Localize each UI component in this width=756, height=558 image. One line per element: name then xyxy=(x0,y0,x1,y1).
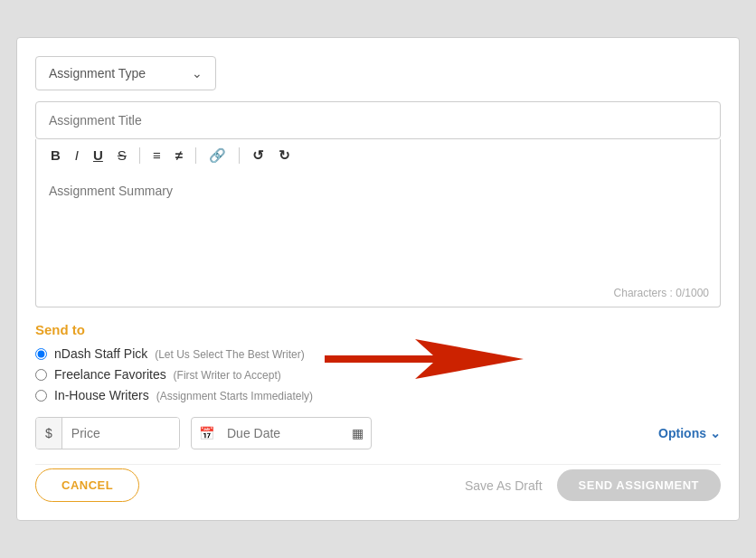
send-to-heading: Send to xyxy=(35,322,721,337)
radio-ndash-staff[interactable]: nDash Staff Pick (Let Us Select The Best… xyxy=(35,346,721,361)
freelance-sub-label: (First Writer to Accept) xyxy=(174,369,281,382)
summary-wrapper: Characters : 0/1000 xyxy=(35,171,721,307)
freelance-main-label: Freelance Favorites xyxy=(54,367,166,382)
radio-inhouse[interactable]: In-House Writers (Assignment Starts Imme… xyxy=(35,388,721,402)
radio-ndash-staff-input[interactable] xyxy=(35,348,47,360)
dollar-sign: $ xyxy=(36,418,62,449)
calendar-icon-left: 📅 xyxy=(192,418,222,449)
chevron-down-icon: ⌄ xyxy=(192,66,203,80)
price-field: $ xyxy=(35,417,180,449)
radio-freelance-label: Freelance Favorites (First Writer to Acc… xyxy=(54,367,281,382)
calendar-icon-right: ▦ xyxy=(345,418,371,449)
save-draft-button[interactable]: Save As Draft xyxy=(465,478,543,493)
editor-toolbar: B I U S ≡ ≠ 🔗 ↺ ↻ xyxy=(35,139,721,171)
inhouse-main-label: In-House Writers xyxy=(54,388,149,402)
send-assignment-button[interactable]: SEND ASSIGNMENT xyxy=(557,469,721,501)
modal-container: Assignment Type ⌄ B I U S ≡ ≠ 🔗 ↺ ↻ Char… xyxy=(16,37,740,521)
assignment-type-label: Assignment Type xyxy=(49,66,146,80)
italic-button[interactable]: I xyxy=(71,147,82,164)
price-date-row: $ 📅 ▦ Options ⌄ xyxy=(35,417,721,449)
assignment-title-input[interactable] xyxy=(35,101,721,139)
toolbar-divider-3 xyxy=(239,147,240,164)
options-chevron-icon: ⌄ xyxy=(710,426,721,440)
due-date-input[interactable] xyxy=(222,418,345,449)
options-button[interactable]: Options ⌄ xyxy=(658,426,721,440)
radio-inhouse-label: In-House Writers (Assignment Starts Imme… xyxy=(54,388,313,402)
radio-inhouse-input[interactable] xyxy=(35,390,47,402)
char-count-label: Characters : 0/1000 xyxy=(36,283,720,307)
redo-button[interactable]: ↻ xyxy=(275,147,294,164)
link-button[interactable]: 🔗 xyxy=(205,147,230,164)
ordered-list-button[interactable]: ≡ xyxy=(149,147,165,164)
ndash-staff-sub-label: (Let Us Select The Best Writer) xyxy=(155,348,305,361)
action-row: CANCEL Save As Draft SEND ASSIGNMENT xyxy=(35,464,721,502)
price-input[interactable] xyxy=(62,418,179,449)
assignment-type-dropdown[interactable]: Assignment Type ⌄ xyxy=(35,56,216,90)
cancel-button[interactable]: CANCEL xyxy=(35,468,139,502)
assignment-summary-textarea[interactable] xyxy=(36,171,720,279)
underline-button[interactable]: U xyxy=(90,147,107,164)
ndash-staff-main-label: nDash Staff Pick xyxy=(54,346,147,361)
due-date-field: 📅 ▦ xyxy=(191,417,372,449)
options-label: Options xyxy=(658,426,706,440)
unordered-list-button[interactable]: ≠ xyxy=(172,147,186,164)
toolbar-divider-1 xyxy=(139,147,140,164)
toolbar-divider-2 xyxy=(195,147,196,164)
radio-freelance-favorites[interactable]: Freelance Favorites (First Writer to Acc… xyxy=(35,367,721,382)
inhouse-sub-label: (Assignment Starts Immediately) xyxy=(156,390,313,402)
strikethrough-button[interactable]: S xyxy=(114,147,130,164)
send-to-section: Send to nDash Staff Pick (Let Us Select … xyxy=(35,322,721,402)
right-actions: Save As Draft SEND ASSIGNMENT xyxy=(465,469,721,501)
undo-button[interactable]: ↺ xyxy=(249,147,268,164)
radio-ndash-staff-label: nDash Staff Pick (Let Us Select The Best… xyxy=(54,346,305,361)
radio-freelance-input[interactable] xyxy=(35,369,47,381)
bold-button[interactable]: B xyxy=(47,147,64,164)
